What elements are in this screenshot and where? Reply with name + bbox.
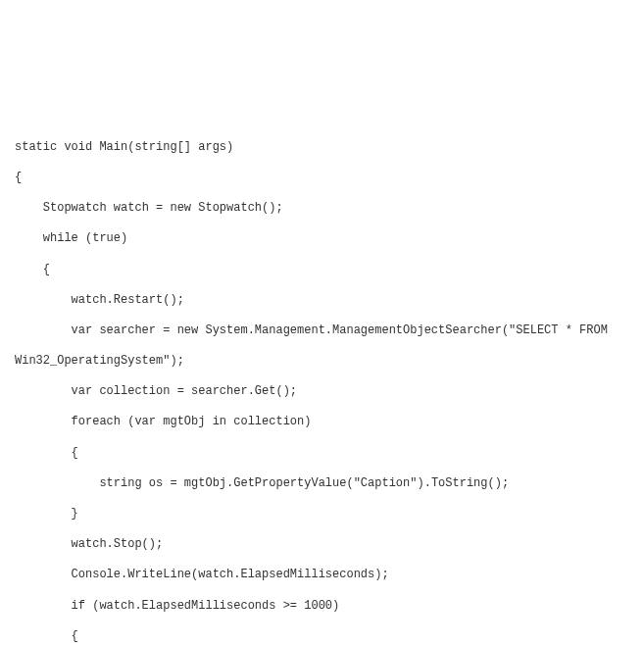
code-line: foreach (var mgtObj in collection) (15, 415, 311, 428)
code-line: static void Main(string[] args) (15, 140, 233, 154)
code-line: while (true) (15, 231, 127, 245)
code-line: watch.Stop(); (15, 537, 163, 551)
code-line: } (15, 507, 78, 521)
code-line: { (15, 629, 78, 643)
code-line: var searcher = new System.Management.Man… (15, 323, 615, 368)
code-line: Console.WriteLine(watch.ElapsedMilliseco… (15, 568, 389, 581)
code-line: { (15, 263, 50, 276)
code-line: string os = mgtObj.GetPropertyValue("Cap… (15, 476, 509, 490)
code-line: { (15, 171, 22, 184)
code-line: Stopwatch watch = new Stopwatch(); (15, 201, 283, 215)
code-snippet: static void Main(string[] args) { Stopwa… (15, 132, 629, 646)
code-line: if (watch.ElapsedMilliseconds >= 1000) (15, 599, 339, 613)
code-line: { (15, 446, 78, 460)
code-line: var collection = searcher.Get(); (15, 384, 297, 398)
code-line: watch.Restart(); (15, 293, 184, 307)
